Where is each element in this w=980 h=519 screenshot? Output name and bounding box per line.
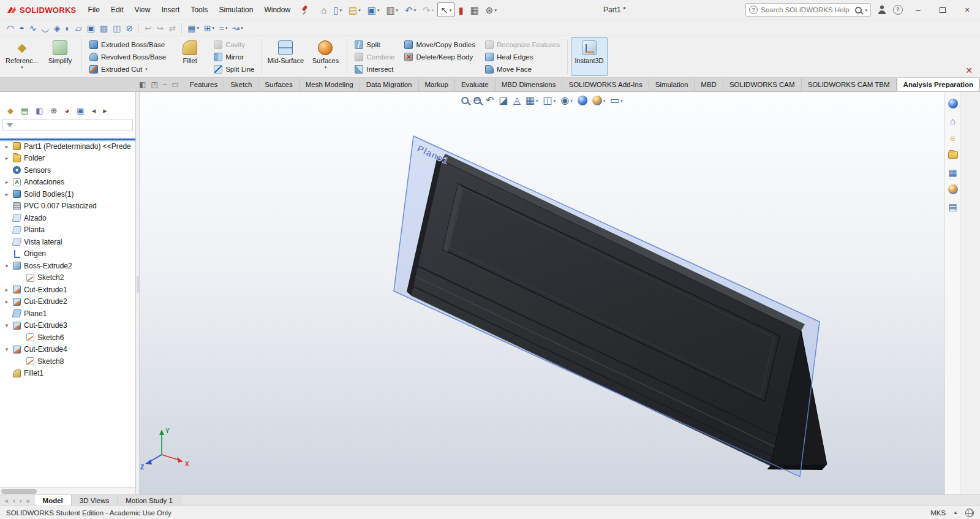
dropdown-arrow-icon[interactable]: ▾ <box>414 8 417 12</box>
instant3d-button[interactable]: Instant3D <box>571 37 608 76</box>
configurationmanager-tab[interactable]: ◧ <box>36 107 43 115</box>
record-macro-button[interactable]: ▮ <box>455 2 466 17</box>
simplify-button[interactable]: Simplify <box>42 37 78 76</box>
revolved-surface-button[interactable]: ◓ <box>17 21 26 35</box>
help-search-input[interactable] <box>761 6 852 13</box>
expand-arrow-icon[interactable]: ▸ <box>4 191 10 197</box>
commandmanager-tab[interactable]: Analysis Preparation <box>897 78 980 91</box>
tree-item[interactable]: ▸ Solid Bodies(1) <box>0 188 135 200</box>
tree-item[interactable]: Sketch6 <box>0 331 135 344</box>
menu-item[interactable]: Tools <box>185 2 213 17</box>
model-tab-scroll-prev-button[interactable]: ‹ <box>13 497 15 504</box>
section-view-button[interactable]: ◪ <box>499 96 508 105</box>
tree-item[interactable]: ▸ Part1 (Predeterminado) <<Prede <box>0 140 135 153</box>
tree-item[interactable]: ▸ Anotaciones <box>0 176 135 189</box>
measure-button[interactable]: ⊞ ▾ <box>202 21 216 35</box>
cavity-button[interactable]: Cavity <box>211 39 257 50</box>
web-globe-icon[interactable] <box>965 509 974 517</box>
maximize-window-button[interactable] <box>933 2 952 18</box>
commandmanager-tab[interactable]: Evaluate <box>455 78 496 91</box>
file-properties-button[interactable]: ▦ <box>467 2 482 17</box>
commandmanager-tab[interactable]: MBD <box>695 78 723 91</box>
tree-item[interactable]: Fillet1 <box>0 368 135 380</box>
trim-surface-button[interactable]: ⊘ <box>124 21 135 35</box>
menu-item[interactable]: Edit <box>105 2 129 17</box>
model-tab[interactable]: 3D Views <box>72 495 118 506</box>
home-button[interactable]: ⌂ <box>318 2 330 17</box>
view-orientation-button[interactable]: ▦ ▾ <box>526 96 538 105</box>
commandmanager-tab[interactable]: Mesh Modeling <box>300 78 360 91</box>
tree-tab-scroll-left[interactable]: ◂ <box>92 107 96 115</box>
recognize-features-button[interactable]: Recognize Features <box>482 39 563 50</box>
options-button[interactable]: ⊛ ▾ <box>483 2 500 17</box>
expand-arrow-icon[interactable]: ▾ <box>4 346 10 352</box>
help-icon[interactable] <box>893 5 903 15</box>
minimize-document-icon[interactable]: – <box>163 81 167 88</box>
dropdown-arrow-icon[interactable]: ▾ <box>570 99 573 103</box>
delete-keep-body-button[interactable]: Delete/Keep Body <box>401 51 478 63</box>
dropdown-arrow-icon[interactable]: ▾ <box>494 8 497 12</box>
displaymanager-tab[interactable]: ◕ <box>65 107 70 115</box>
commandmanager-tab[interactable]: SOLIDWORKS CAM <box>723 78 802 91</box>
graphics-viewport[interactable]: ↶ ◪ ◬ ▦ ▾ <box>140 92 944 494</box>
commandmanager-tab[interactable]: Simulation <box>649 78 695 91</box>
undo-view-button[interactable]: ↩ <box>143 21 154 35</box>
apply-scene-button[interactable]: ▾ <box>592 96 606 105</box>
open-button[interactable]: ▤ ▾ <box>345 2 364 17</box>
dropdown-arrow-icon[interactable]: ▾ <box>450 8 452 12</box>
search-dropdown-icon[interactable]: ▾ <box>865 8 867 12</box>
unit-system-selector[interactable]: MKS <box>930 509 946 517</box>
commandmanager-tab[interactable]: Markup <box>419 78 455 91</box>
expand-arrow-icon[interactable]: ▸ <box>4 155 10 161</box>
solidworks-resources-button[interactable] <box>947 98 959 109</box>
redo-view-button[interactable]: ↪ <box>155 21 166 35</box>
view-palette-button[interactable]: ▦ <box>947 167 959 178</box>
zoom-to-area-button[interactable] <box>473 97 481 104</box>
tree-item[interactable]: ▸ Cut-Extrude2 <box>0 296 135 308</box>
boundary-surface-button[interactable]: ◈ <box>52 21 62 35</box>
new-document-button[interactable]: ▯ ▾ <box>330 2 345 17</box>
swept-surface-button[interactable]: ∿ <box>28 21 39 35</box>
expand-arrow-icon[interactable]: ▸ <box>4 143 10 150</box>
tree-item[interactable]: ▸ Cut-Extrude1 <box>0 284 135 296</box>
split-line-button[interactable]: Split Line <box>211 63 257 75</box>
dock-pane-icon[interactable]: ◧ <box>139 81 146 88</box>
tree-item[interactable]: ▾ Cut-Extrude4 <box>0 344 135 356</box>
view-settings-button[interactable]: ▭ ▾ <box>610 96 623 105</box>
tree-item[interactable]: Planta <box>0 224 135 237</box>
print-button[interactable]: ▥ ▾ <box>383 2 401 17</box>
minimize-window-button[interactable]: – <box>909 2 927 18</box>
menu-item[interactable]: View <box>129 2 156 17</box>
model-tab-scroll-last-button[interactable]: » <box>26 497 29 504</box>
split-button[interactable]: Split <box>352 39 398 50</box>
tree-item[interactable]: Sensors <box>0 164 135 176</box>
planar-surface-button[interactable]: ▱ <box>74 21 84 35</box>
commandmanager-tab[interactable]: SOLIDWORKS CAM TBM <box>802 78 897 91</box>
dropdown-arrow-icon[interactable]: ▾ <box>358 8 361 12</box>
propertymanager-tab[interactable]: ▤ <box>21 107 28 115</box>
dimxpertmanager-tab[interactable]: ⊕ <box>51 107 58 115</box>
knit-surface-button[interactable]: ◫ <box>111 21 123 35</box>
model-tab-scroll-first-button[interactable]: « <box>5 497 9 504</box>
undo-button[interactable]: ↶ ▾ <box>402 2 419 17</box>
curve-tools-button[interactable]: ↝ ▾ <box>231 21 245 35</box>
dropdown-arrow-icon[interactable]: ▾ <box>377 8 380 12</box>
dropdown-arrow-icon[interactable]: ▾ <box>197 26 200 30</box>
appearances-button[interactable] <box>947 184 959 195</box>
tree-filter-box[interactable] <box>2 119 133 131</box>
dropdown-arrow-icon[interactable]: ▾ <box>339 8 342 12</box>
dynamic-annotation-views-button[interactable]: ◬ <box>513 96 521 105</box>
offset-surface-button[interactable]: ▣ <box>85 21 97 35</box>
mid-surface-button[interactable]: Mid-Surface <box>265 37 306 76</box>
tree-item[interactable]: Sketch8 <box>0 355 135 368</box>
tree-tab-scroll-right[interactable]: ▸ <box>103 107 107 115</box>
help-search-box[interactable]: ▾ <box>745 3 871 17</box>
expand-arrow-icon[interactable]: ▾ <box>4 263 10 269</box>
home-tab-button[interactable]: ⌂ <box>947 115 959 126</box>
menu-item[interactable]: Insert <box>156 2 185 17</box>
intersect-button[interactable]: Intersect <box>352 63 398 75</box>
hide-show-items-button[interactable]: ◉ ▾ <box>560 96 572 105</box>
combine-button[interactable]: Combine <box>352 51 398 63</box>
save-button[interactable]: ▣ ▾ <box>364 2 383 17</box>
expand-arrow-icon[interactable]: ▸ <box>4 298 10 305</box>
